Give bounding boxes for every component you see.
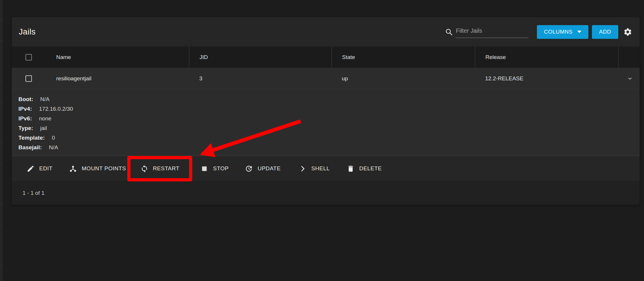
detail-template: Template: 0: [18, 133, 640, 143]
detail-type: Type: jail: [18, 123, 640, 133]
detail-basejail-value: N/A: [49, 144, 58, 151]
chevron-right-icon: [299, 165, 307, 173]
page-title: Jails: [19, 27, 36, 37]
detail-basejail-label: Basejail:: [18, 144, 42, 151]
mount-points-button-label: MOUNT POINTS: [82, 165, 126, 172]
device-hub-icon: [69, 165, 77, 173]
mount-points-button[interactable]: MOUNT POINTS: [69, 165, 126, 173]
detail-template-label: Template:: [18, 135, 45, 141]
table-row[interactable]: resilioagentjail 3 up 12.2-RELEASE: [12, 68, 640, 89]
detail-ipv6-value: none: [39, 115, 51, 122]
update-clock-icon: [245, 165, 253, 173]
sync-icon: [140, 165, 148, 173]
detail-basejail: Basejail: N/A: [18, 143, 640, 152]
select-all-checkbox[interactable]: [25, 54, 32, 60]
row-state-value: up: [332, 68, 475, 89]
detail-ipv6-label: IPv6:: [18, 115, 32, 122]
shell-button-label: SHELL: [311, 165, 330, 172]
stop-button-label: STOP: [213, 165, 229, 172]
collapsed-sidebar-edge: [0, 0, 3, 281]
restart-button[interactable]: RESTART: [140, 165, 179, 173]
columns-button-label: COLUMNS: [544, 29, 573, 35]
edit-button[interactable]: EDIT: [27, 165, 52, 173]
update-button[interactable]: UPDATE: [245, 165, 281, 173]
detail-boot-label: Boot:: [18, 96, 33, 103]
table-header-row: Name JID State Release: [12, 46, 640, 68]
column-header-state[interactable]: State: [332, 46, 475, 68]
detail-boot: Boot: N/A: [18, 94, 640, 104]
jail-actions-bar: EDIT MOUNT POINTS RESTART STOP UPDATE: [12, 156, 640, 181]
detail-type-value: jail: [40, 125, 47, 131]
jail-details-panel: Boot: N/A IPv4: 172.16.0.2/30 IPv6: none…: [12, 89, 640, 156]
filter-jails-input[interactable]: [455, 26, 528, 38]
add-button[interactable]: ADD: [592, 25, 618, 39]
card-toolbar: Jails COLUMNS ADD: [12, 17, 640, 46]
row-expand-cell: [618, 68, 640, 89]
toolbar-right-group: COLUMNS ADD: [445, 25, 632, 39]
columns-button[interactable]: COLUMNS: [537, 25, 588, 39]
restart-button-label: RESTART: [153, 165, 179, 172]
jails-card: Jails COLUMNS ADD Name JID State: [12, 17, 640, 205]
gear-icon[interactable]: [623, 27, 632, 37]
row-jid-value: 3: [189, 68, 332, 89]
detail-ipv4: IPv4: 172.16.0.2/30: [18, 104, 640, 114]
detail-type-label: Type:: [18, 125, 33, 131]
stop-square-icon: [200, 165, 208, 173]
detail-ipv4-label: IPv4:: [18, 106, 32, 112]
update-button-label: UPDATE: [257, 165, 281, 172]
delete-button[interactable]: DELETE: [347, 165, 382, 173]
pencil-icon: [27, 165, 35, 173]
row-checkbox[interactable]: [25, 75, 32, 82]
shell-button[interactable]: SHELL: [299, 165, 330, 173]
column-header-name[interactable]: Name: [56, 54, 71, 60]
table-footer: 1 - 1 of 1: [12, 181, 640, 205]
row-name-cell: resilioagentjail: [12, 68, 189, 89]
row-release-value: 12.2-RELEASE: [475, 68, 618, 89]
table-header-name-cell: Name: [12, 46, 189, 68]
trash-icon: [347, 165, 355, 173]
column-header-expand: [618, 46, 640, 68]
detail-ipv6: IPv6: none: [18, 114, 640, 123]
search-icon: [445, 28, 453, 36]
detail-ipv4-value: 172.16.0.2/30: [39, 106, 73, 112]
row-name-value: resilioagentjail: [56, 75, 91, 82]
chevron-down-icon[interactable]: [626, 75, 633, 82]
add-button-label: ADD: [599, 29, 611, 35]
pagination-range: 1 - 1 of 1: [23, 190, 44, 196]
stop-button[interactable]: STOP: [200, 165, 229, 173]
detail-boot-value: N/A: [40, 96, 50, 103]
column-header-release[interactable]: Release: [475, 46, 618, 68]
edit-button-label: EDIT: [39, 165, 52, 172]
detail-template-value: 0: [52, 135, 55, 141]
caret-down-icon: [577, 31, 581, 33]
delete-button-label: DELETE: [359, 165, 382, 172]
column-header-jid[interactable]: JID: [189, 46, 332, 68]
